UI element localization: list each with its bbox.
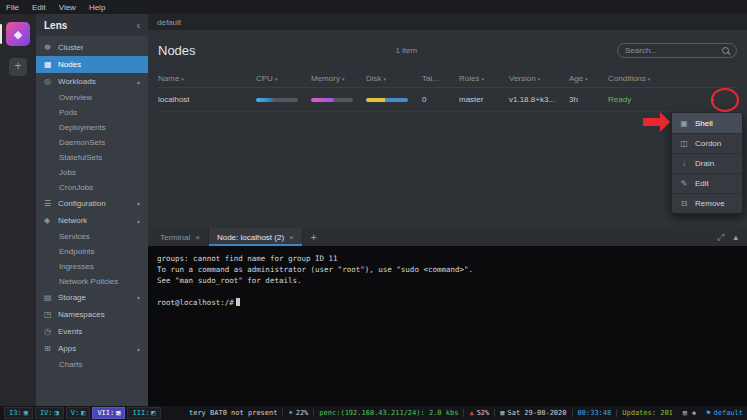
- lens-logo-icon[interactable]: ◆: [6, 22, 30, 46]
- disk-cell: [366, 98, 422, 102]
- workspace-icon: ◧: [81, 409, 85, 417]
- column-label: Roles: [459, 74, 479, 83]
- column-label: Tai...: [422, 74, 439, 83]
- sidebar-item-label: Endpoints: [59, 247, 95, 256]
- statusbar: I3: ▣ IV: ◨ V: ◧ VII: ▤ III: ◩ tery BAT0…: [0, 406, 747, 420]
- workspace-button[interactable]: IV: ◨: [35, 407, 64, 419]
- workspace-label: VII:: [97, 409, 114, 417]
- condition-badge[interactable]: Ready: [608, 95, 698, 104]
- taints-cell: 0: [422, 95, 459, 104]
- sidebar-item-overview[interactable]: Overview: [36, 90, 148, 105]
- column-header-taints[interactable]: Tai...: [422, 74, 459, 83]
- sidebar-item-services[interactable]: Services: [36, 229, 148, 244]
- tab-node-shell[interactable]: Node: localhost (2) ×: [209, 228, 303, 246]
- memory-cell: [311, 98, 366, 102]
- app-title: Lens: [44, 20, 67, 31]
- context-menu-item-edit[interactable]: ✎ Edit: [672, 173, 742, 193]
- sidebar-item-cluster[interactable]: ☸ Cluster: [36, 39, 148, 56]
- menu-edit[interactable]: Edit: [32, 3, 46, 12]
- add-cluster-button[interactable]: +: [9, 58, 27, 76]
- kebab-menu-icon[interactable]: ⋮: [704, 93, 722, 107]
- sidebar-item-network-policies[interactable]: Network Policies: [36, 274, 148, 289]
- column-label: Disk: [366, 74, 382, 83]
- sidebar-item-statefulsets[interactable]: StatefulSets: [36, 150, 148, 165]
- column-header-cpu[interactable]: CPU▾: [256, 74, 311, 83]
- terminal-cursor: [236, 298, 240, 306]
- column-header-conditions[interactable]: Conditions▾: [608, 74, 698, 83]
- updates-block: Updates: 201: [616, 409, 678, 417]
- dock-tabbar: Terminal × Node: localhost (2) × + ⤢ ▴: [148, 228, 747, 246]
- workspace-button[interactable]: III: ◩: [127, 407, 160, 419]
- context-topbar: default: [148, 14, 747, 30]
- table-row[interactable]: localhost 0 master v1.18.8+k3... 3h Read…: [158, 88, 737, 112]
- column-header-name[interactable]: Name▾: [158, 74, 256, 83]
- sidebar-item-configuration[interactable]: ☰ Configuration ▾: [36, 195, 148, 212]
- sidebar: Lens ‹ ☸ Cluster ▦ Nodes ◎ Workloads ▴: [36, 14, 148, 406]
- cube-glyph: ◆: [14, 28, 22, 41]
- close-icon[interactable]: ×: [195, 233, 200, 242]
- tab-terminal[interactable]: Terminal ×: [152, 228, 209, 246]
- sidebar-item-daemonsets[interactable]: DaemonSets: [36, 135, 148, 150]
- apps-icon: ⊞: [44, 344, 58, 353]
- sidebar-item-label: Configuration: [58, 199, 106, 208]
- context-menu-item-cordon[interactable]: ◫ Cordon: [672, 133, 742, 153]
- sidebar-item-apps[interactable]: ⊞ Apps ▴: [36, 340, 148, 357]
- column-label: CPU: [256, 74, 273, 83]
- column-header-version[interactable]: Version▾: [509, 74, 569, 83]
- shell-icon: ▣: [679, 119, 689, 128]
- menu-help[interactable]: Help: [89, 3, 105, 12]
- column-label: Age: [569, 74, 583, 83]
- column-header-age[interactable]: Age▾: [569, 74, 608, 83]
- sidebar-collapse-icon[interactable]: ‹: [137, 20, 140, 31]
- sidebar-item-endpoints[interactable]: Endpoints: [36, 244, 148, 259]
- sidebar-item-events[interactable]: ◷ Events: [36, 323, 148, 340]
- menu-file[interactable]: File: [6, 3, 19, 12]
- sidebar-item-label: Overview: [59, 93, 92, 102]
- tray-icon[interactable]: ▤: [683, 409, 687, 417]
- page-title: Nodes: [158, 43, 196, 58]
- sidebar-item-deployments[interactable]: Deployments: [36, 120, 148, 135]
- context-menu-label: Shell: [695, 119, 713, 128]
- column-header-disk[interactable]: Disk▾: [366, 74, 422, 83]
- date-block: ▦Sat 29-08-2020: [494, 409, 571, 417]
- menu-view[interactable]: View: [59, 3, 76, 12]
- context-menu-item-drain[interactable]: ↓ Drain: [672, 153, 742, 173]
- cluster-default-badge[interactable]: ⚑ default: [701, 409, 743, 417]
- sidebar-item-jobs[interactable]: Jobs: [36, 165, 148, 180]
- tray-icon[interactable]: ◆: [692, 409, 696, 417]
- new-tab-button[interactable]: +: [303, 232, 325, 243]
- search-input[interactable]: [625, 46, 718, 55]
- context-menu-item-remove[interactable]: ⊟ Remove: [672, 193, 742, 213]
- workspace-button[interactable]: I3: ▣: [4, 407, 33, 419]
- sidebar-item-nodes[interactable]: ▦ Nodes: [36, 56, 148, 73]
- volume-icon: ▲: [469, 409, 473, 417]
- sidebar-item-storage[interactable]: ▤ Storage ▾: [36, 289, 148, 306]
- workspace-button[interactable]: V: ◧: [66, 407, 91, 419]
- expand-dock-icon[interactable]: ⤢: [717, 232, 724, 243]
- chevron-up-icon: ▴: [137, 345, 140, 352]
- sidebar-item-namespaces[interactable]: ◳ Namespaces: [36, 306, 148, 323]
- workspace-label: I3:: [9, 409, 22, 417]
- collapse-dock-icon[interactable]: ▴: [733, 232, 738, 243]
- network-icon: ◈: [44, 216, 58, 225]
- terminal-output[interactable]: groups: cannot find name for group ID 11…: [148, 246, 747, 406]
- memory-usage-bar: [311, 98, 353, 102]
- context-menu-item-shell[interactable]: ▣ Shell: [672, 113, 742, 133]
- column-header-roles[interactable]: Roles▾: [459, 74, 509, 83]
- age-cell: 3h: [569, 95, 608, 104]
- sidebar-item-workloads[interactable]: ◎ Workloads ▴: [36, 73, 148, 90]
- sidebar-item-charts[interactable]: Charts: [36, 357, 148, 372]
- sidebar-item-cronjobs[interactable]: CronJobs: [36, 180, 148, 195]
- close-icon[interactable]: ×: [289, 233, 294, 242]
- sort-icon: ▾: [585, 76, 588, 82]
- sidebar-item-label: StatefulSets: [59, 153, 102, 162]
- terminal-prompt: root@localhost:/#: [157, 298, 234, 307]
- tab-label: Node: localhost (2): [217, 233, 284, 242]
- sidebar-item-ingresses[interactable]: Ingresses: [36, 259, 148, 274]
- workspace-button-active[interactable]: VII: ▤: [92, 407, 125, 419]
- context-menu-label: Drain: [695, 159, 714, 168]
- column-header-memory[interactable]: Memory▾: [311, 74, 366, 83]
- system-tray: ▤ ◆: [678, 409, 701, 417]
- sidebar-item-pods[interactable]: Pods: [36, 105, 148, 120]
- sidebar-item-network[interactable]: ◈ Network ▴: [36, 212, 148, 229]
